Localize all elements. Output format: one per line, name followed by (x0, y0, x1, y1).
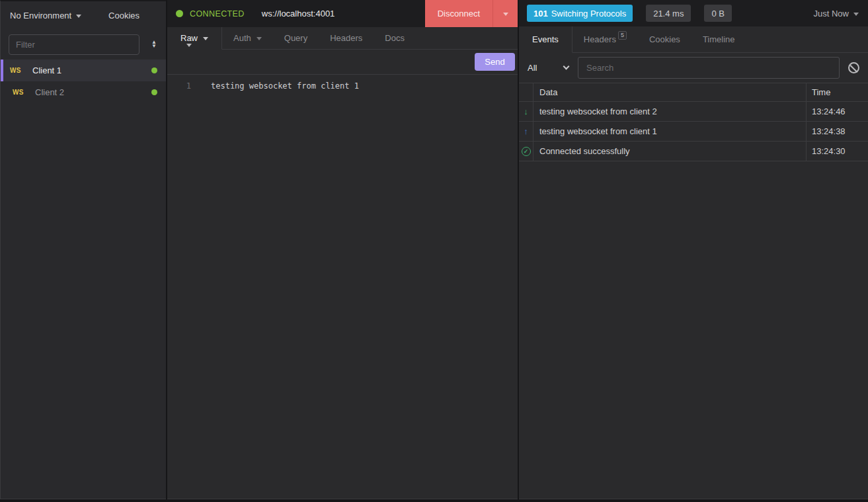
send-button[interactable]: Send (475, 53, 515, 71)
request-tab[interactable]: Raw (167, 27, 222, 50)
connected-dot-icon (151, 89, 157, 95)
response-tab[interactable]: Events (519, 26, 572, 53)
filter-input[interactable] (9, 34, 139, 55)
tab-label: Cookies (649, 34, 680, 44)
message-editor[interactable]: 1 testing websocket from client 1 (167, 75, 518, 499)
size-badge: 0 B (704, 5, 732, 22)
url-bar: CONNECTED ws://localhost:4001 Disconnect (167, 0, 518, 27)
event-data: testing websocket from client 2 (533, 102, 806, 121)
request-panel: CONNECTED ws://localhost:4001 Disconnect… (167, 0, 518, 499)
column-header-data[interactable]: Data (533, 83, 806, 101)
column-header-icon (519, 83, 533, 101)
chevron-down-icon (186, 44, 192, 47)
connected-dot-icon (151, 67, 157, 73)
event-search-input[interactable] (578, 57, 840, 79)
request-list-item[interactable]: WS Client 1 (1, 60, 166, 81)
request-list-item[interactable]: WS Client 2 (1, 81, 166, 103)
environment-label: No Environment (10, 11, 71, 21)
event-type-value: All (528, 63, 537, 73)
arrow-up-icon (524, 126, 528, 136)
chevron-down-icon (563, 63, 570, 70)
sidebar-filter-row: ▲▼ + (1, 29, 166, 60)
editor-content: testing websocket from client 1 (211, 80, 359, 93)
event-data: Connected successfully (533, 142, 806, 161)
websocket-url[interactable]: ws://localhost:4001 (262, 9, 335, 19)
response-meta-bar: 101 Switching Protocols 21.4 ms 0 B Just… (519, 0, 868, 26)
tab-label: Headers (330, 33, 362, 43)
events-table-header: Data Time (519, 83, 868, 102)
request-tab-bar: Raw Auth Query Headers (167, 27, 518, 50)
event-row[interactable]: testing websocket from client 2 13:24:46 (519, 102, 868, 122)
event-icon-cell (519, 142, 533, 161)
event-time: 13:24:46 (806, 102, 868, 121)
timing-badge: 21.4 ms (646, 5, 691, 22)
event-time: 13:24:38 (806, 122, 868, 141)
event-icon-cell (519, 122, 533, 141)
environment-selector[interactable]: No Environment (10, 11, 108, 21)
send-row: Send (167, 50, 518, 75)
event-icon-cell (519, 102, 533, 121)
chevron-down-icon (76, 15, 81, 18)
tab-label: Docs (385, 33, 405, 43)
response-tab[interactable]: Timeline (691, 26, 746, 53)
clear-events-icon[interactable] (848, 62, 859, 73)
connection-status: CONNECTED (190, 9, 245, 19)
response-panel: 101 Switching Protocols 21.4 ms 0 B Just… (519, 0, 868, 499)
status-badge: 101 Switching Protocols (527, 5, 633, 22)
request-list: WS Client 1 WS Client 2 (1, 60, 166, 103)
tab-label: Headers (584, 34, 616, 44)
column-header-time[interactable]: Time (806, 83, 868, 101)
sidebar-header: No Environment Cookies (1, 1, 166, 29)
event-data: testing websocket from client 1 (533, 122, 806, 141)
chevron-down-icon (853, 13, 859, 16)
sidebar: No Environment Cookies ▲▼ + WS Client 1 (0, 0, 166, 499)
editor-line: 1 testing websocket from client 1 (167, 80, 518, 93)
status-code: 101 (533, 9, 548, 19)
tab-label: Query (284, 33, 307, 43)
tab-label: Timeline (703, 34, 735, 44)
chevron-down-icon (203, 37, 208, 40)
sort-icon[interactable]: ▲▼ (151, 40, 157, 48)
event-row[interactable]: testing websocket from client 1 13:24:38 (519, 122, 868, 142)
event-filter-row: All (519, 53, 868, 83)
headers-count-badge: 5 (618, 31, 627, 40)
event-type-select[interactable]: All (528, 63, 569, 73)
events-table-body: testing websocket from client 2 13:24:46… (519, 102, 868, 161)
status-text: Switching Protocols (551, 9, 626, 19)
connected-dot-icon (176, 10, 183, 17)
freshness-label: Just Now (814, 9, 849, 19)
chevron-down-icon (503, 13, 508, 16)
events-table: Data Time testing websocket from client … (519, 83, 868, 161)
ws-method-tag: WS (10, 67, 32, 74)
line-number: 1 (167, 80, 191, 93)
disconnect-menu-button[interactable] (493, 0, 518, 27)
request-tab[interactable]: Auth (222, 27, 273, 50)
check-circle-icon (522, 147, 531, 156)
ws-method-tag: WS (13, 89, 35, 96)
response-tab-bar: Events Headers 5 Cookies Timeline (519, 26, 868, 53)
response-tab[interactable]: Cookies (638, 26, 691, 53)
request-name: Client 1 (32, 65, 61, 75)
request-tab[interactable]: Docs (374, 27, 416, 50)
event-time: 13:24:30 (806, 142, 868, 161)
response-history-dropdown[interactable]: Just Now (814, 9, 859, 19)
chevron-down-icon (256, 37, 262, 40)
arrow-down-icon (524, 106, 528, 116)
app-window: No Environment Cookies ▲▼ + WS Client 1 (0, 0, 868, 502)
request-tab[interactable]: Headers (319, 27, 374, 50)
disconnect-button-group: Disconnect (425, 0, 518, 27)
tab-label: Auth (233, 33, 251, 43)
cookies-button[interactable]: Cookies (108, 11, 139, 21)
event-row[interactable]: Connected successfully 13:24:30 (519, 142, 868, 161)
tab-label: Raw (180, 33, 198, 43)
tab-label: Events (532, 34, 559, 44)
request-tab[interactable]: Query (273, 27, 319, 50)
request-name: Client 2 (35, 87, 64, 97)
response-tab[interactable]: Headers 5 (572, 26, 638, 53)
disconnect-button[interactable]: Disconnect (425, 0, 493, 27)
